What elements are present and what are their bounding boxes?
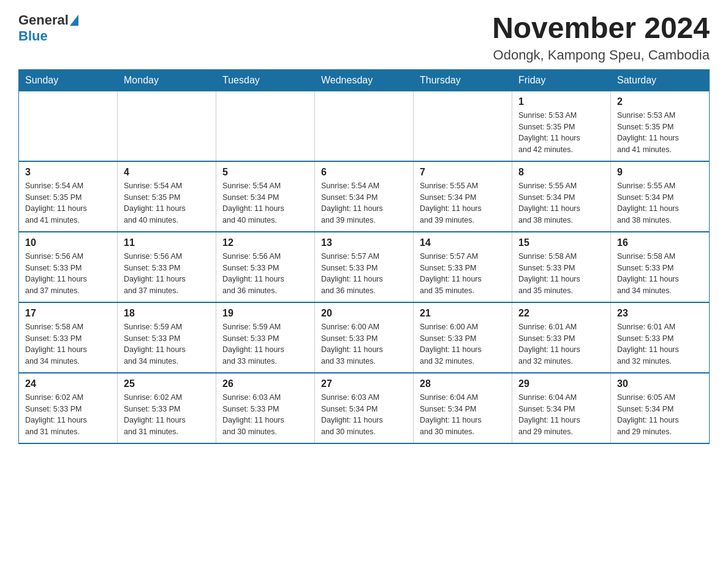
weekday-header-row: SundayMondayTuesdayWednesdayThursdayFrid… (19, 69, 710, 91)
day-number: 26 (222, 378, 308, 389)
day-number: 20 (321, 308, 407, 319)
day-number: 12 (222, 237, 308, 248)
calendar-cell: 15Sunrise: 5:58 AMSunset: 5:33 PMDayligh… (512, 232, 611, 302)
day-info: Sunrise: 6:02 AMSunset: 5:33 PMDaylight:… (124, 392, 210, 438)
calendar-cell: 13Sunrise: 5:57 AMSunset: 5:33 PMDayligh… (315, 232, 414, 302)
day-number: 16 (617, 237, 703, 248)
calendar-cell: 4Sunrise: 5:54 AMSunset: 5:35 PMDaylight… (118, 161, 216, 232)
day-number: 5 (222, 167, 308, 178)
day-info: Sunrise: 5:56 AMSunset: 5:33 PMDaylight:… (222, 251, 308, 297)
day-number: 22 (518, 308, 604, 319)
day-info: Sunrise: 5:59 AMSunset: 5:33 PMDaylight:… (222, 321, 308, 367)
day-number: 23 (617, 308, 703, 319)
day-info: Sunrise: 6:00 AMSunset: 5:33 PMDaylight:… (321, 321, 407, 367)
logo-arrow-icon (70, 15, 78, 26)
day-info: Sunrise: 6:04 AMSunset: 5:34 PMDaylight:… (518, 392, 604, 438)
day-number: 6 (321, 167, 407, 178)
calendar-cell: 5Sunrise: 5:54 AMSunset: 5:34 PMDaylight… (216, 161, 315, 232)
day-number: 1 (518, 96, 604, 107)
day-info: Sunrise: 5:54 AMSunset: 5:34 PMDaylight:… (321, 180, 407, 226)
day-info: Sunrise: 5:55 AMSunset: 5:34 PMDaylight:… (518, 180, 604, 226)
calendar-cell: 19Sunrise: 5:59 AMSunset: 5:33 PMDayligh… (216, 302, 315, 373)
day-number: 21 (420, 308, 506, 319)
day-info: Sunrise: 5:56 AMSunset: 5:33 PMDaylight:… (124, 251, 210, 297)
day-number: 14 (420, 237, 506, 248)
weekday-header-sunday: Sunday (19, 69, 118, 91)
calendar-table: SundayMondayTuesdayWednesdayThursdayFrid… (18, 69, 710, 444)
day-number: 10 (25, 237, 111, 248)
calendar-cell: 24Sunrise: 6:02 AMSunset: 5:33 PMDayligh… (19, 373, 118, 443)
day-info: Sunrise: 6:00 AMSunset: 5:33 PMDaylight:… (420, 321, 506, 367)
calendar-week-row: 10Sunrise: 5:56 AMSunset: 5:33 PMDayligh… (19, 232, 710, 302)
day-number: 19 (222, 308, 308, 319)
calendar-cell: 26Sunrise: 6:03 AMSunset: 5:33 PMDayligh… (216, 373, 315, 443)
day-info: Sunrise: 5:57 AMSunset: 5:33 PMDaylight:… (420, 251, 506, 297)
page-header: General Blue November 2024 Odongk, Kampo… (18, 12, 710, 63)
day-number: 3 (25, 167, 111, 178)
logo: General Blue (18, 12, 78, 44)
day-info: Sunrise: 5:59 AMSunset: 5:33 PMDaylight:… (124, 321, 210, 367)
weekday-header-tuesday: Tuesday (216, 69, 315, 91)
logo-blue-text: Blue (18, 28, 48, 44)
calendar-cell: 20Sunrise: 6:00 AMSunset: 5:33 PMDayligh… (315, 302, 414, 373)
calendar-cell: 11Sunrise: 5:56 AMSunset: 5:33 PMDayligh… (118, 232, 216, 302)
day-info: Sunrise: 6:01 AMSunset: 5:33 PMDaylight:… (518, 321, 604, 367)
calendar-cell: 28Sunrise: 6:04 AMSunset: 5:34 PMDayligh… (414, 373, 512, 443)
day-number: 30 (617, 378, 703, 389)
calendar-week-row: 3Sunrise: 5:54 AMSunset: 5:35 PMDaylight… (19, 161, 710, 232)
day-number: 4 (124, 167, 210, 178)
day-number: 15 (518, 237, 604, 248)
day-number: 25 (124, 378, 210, 389)
calendar-cell: 22Sunrise: 6:01 AMSunset: 5:33 PMDayligh… (512, 302, 611, 373)
day-number: 9 (617, 167, 703, 178)
calendar-cell: 25Sunrise: 6:02 AMSunset: 5:33 PMDayligh… (118, 373, 216, 443)
day-info: Sunrise: 5:55 AMSunset: 5:34 PMDaylight:… (420, 180, 506, 226)
calendar-cell (19, 91, 118, 161)
day-number: 13 (321, 237, 407, 248)
weekday-header-monday: Monday (118, 69, 216, 91)
logo-general-text: General (18, 12, 69, 28)
calendar-cell: 23Sunrise: 6:01 AMSunset: 5:33 PMDayligh… (611, 302, 710, 373)
calendar-cell: 8Sunrise: 5:55 AMSunset: 5:34 PMDaylight… (512, 161, 611, 232)
day-number: 28 (420, 378, 506, 389)
calendar-cell: 30Sunrise: 6:05 AMSunset: 5:34 PMDayligh… (611, 373, 710, 443)
day-number: 24 (25, 378, 111, 389)
calendar-week-row: 24Sunrise: 6:02 AMSunset: 5:33 PMDayligh… (19, 373, 710, 443)
calendar-cell: 14Sunrise: 5:57 AMSunset: 5:33 PMDayligh… (414, 232, 512, 302)
day-info: Sunrise: 5:53 AMSunset: 5:35 PMDaylight:… (518, 110, 604, 156)
day-info: Sunrise: 5:58 AMSunset: 5:33 PMDaylight:… (617, 251, 703, 297)
day-number: 11 (124, 237, 210, 248)
calendar-cell: 17Sunrise: 5:58 AMSunset: 5:33 PMDayligh… (19, 302, 118, 373)
calendar-cell (414, 91, 512, 161)
calendar-cell (216, 91, 315, 161)
calendar-cell: 2Sunrise: 5:53 AMSunset: 5:35 PMDaylight… (611, 91, 710, 161)
weekday-header-thursday: Thursday (414, 69, 512, 91)
weekday-header-wednesday: Wednesday (315, 69, 414, 91)
day-number: 17 (25, 308, 111, 319)
calendar-cell (315, 91, 414, 161)
day-info: Sunrise: 5:54 AMSunset: 5:35 PMDaylight:… (25, 180, 111, 226)
calendar-cell: 12Sunrise: 5:56 AMSunset: 5:33 PMDayligh… (216, 232, 315, 302)
day-number: 18 (124, 308, 210, 319)
weekday-header-saturday: Saturday (611, 69, 710, 91)
day-number: 8 (518, 167, 604, 178)
calendar-cell: 9Sunrise: 5:55 AMSunset: 5:34 PMDaylight… (611, 161, 710, 232)
day-info: Sunrise: 6:04 AMSunset: 5:34 PMDaylight:… (420, 392, 506, 438)
day-info: Sunrise: 6:05 AMSunset: 5:34 PMDaylight:… (617, 392, 703, 438)
day-info: Sunrise: 6:01 AMSunset: 5:33 PMDaylight:… (617, 321, 703, 367)
calendar-cell (118, 91, 216, 161)
day-info: Sunrise: 5:57 AMSunset: 5:33 PMDaylight:… (321, 251, 407, 297)
day-info: Sunrise: 6:03 AMSunset: 5:33 PMDaylight:… (222, 392, 308, 438)
day-info: Sunrise: 5:58 AMSunset: 5:33 PMDaylight:… (518, 251, 604, 297)
calendar-cell: 21Sunrise: 6:00 AMSunset: 5:33 PMDayligh… (414, 302, 512, 373)
calendar-cell: 10Sunrise: 5:56 AMSunset: 5:33 PMDayligh… (19, 232, 118, 302)
day-info: Sunrise: 5:58 AMSunset: 5:33 PMDaylight:… (25, 321, 111, 367)
calendar-cell: 16Sunrise: 5:58 AMSunset: 5:33 PMDayligh… (611, 232, 710, 302)
calendar-title: November 2024 (492, 12, 710, 45)
day-info: Sunrise: 6:02 AMSunset: 5:33 PMDaylight:… (25, 392, 111, 438)
day-number: 29 (518, 378, 604, 389)
calendar-subtitle: Odongk, Kampong Speu, Cambodia (492, 47, 710, 63)
calendar-cell: 18Sunrise: 5:59 AMSunset: 5:33 PMDayligh… (118, 302, 216, 373)
calendar-cell: 29Sunrise: 6:04 AMSunset: 5:34 PMDayligh… (512, 373, 611, 443)
day-info: Sunrise: 5:53 AMSunset: 5:35 PMDaylight:… (617, 110, 703, 156)
